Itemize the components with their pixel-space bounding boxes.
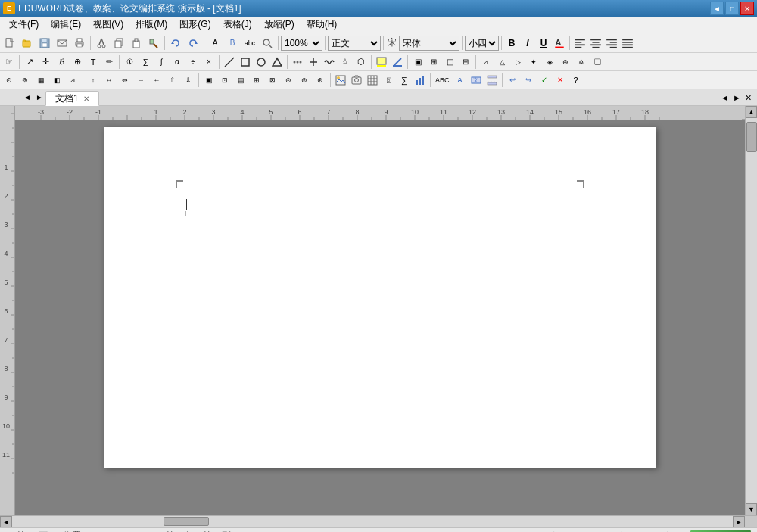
find-button[interactable]	[259, 36, 276, 51]
r3-btn13[interactable]: ▣	[201, 73, 217, 88]
tb-extra-2[interactable]: ⊞	[426, 54, 441, 70]
undo-button[interactable]	[167, 36, 184, 51]
r3-check[interactable]: ✓	[537, 73, 552, 88]
align-center-button[interactable]	[588, 36, 603, 51]
draw-magnify[interactable]: ⊕	[70, 54, 85, 70]
r3-btn2[interactable]: ⊚	[17, 73, 33, 88]
r3-btn4[interactable]: ◧	[49, 73, 64, 88]
r3-formula[interactable]: ∑	[397, 73, 412, 88]
menu-graphics[interactable]: 图形(G)	[173, 17, 217, 33]
scroll-down-button[interactable]: ▼	[746, 503, 757, 515]
cut-button[interactable]	[93, 36, 110, 51]
tab-prev-button[interactable]: ◄	[721, 93, 733, 105]
format-painter-button[interactable]	[145, 36, 162, 51]
hscroll-track[interactable]	[12, 516, 733, 527]
window-controls[interactable]: ◄ □ ✕	[710, 2, 754, 15]
r3-help[interactable]: ?	[569, 73, 584, 88]
tb-extra-6[interactable]: △	[494, 54, 509, 70]
italic-button[interactable]: I	[520, 36, 535, 51]
r3-btn7[interactable]: ↔	[101, 73, 117, 88]
special-num[interactable]: ①	[122, 54, 137, 70]
r3-scan[interactable]: ⌻	[381, 73, 396, 88]
scroll-up-button[interactable]: ▲	[746, 106, 757, 118]
align-left-button[interactable]	[572, 36, 587, 51]
r3-btn17[interactable]: ⊠	[265, 73, 280, 88]
r3-word-art[interactable]: A	[453, 73, 468, 88]
menu-view[interactable]: 视图(V)	[87, 17, 129, 33]
special-x[interactable]: ×	[201, 54, 217, 70]
r3-header-footer[interactable]	[484, 73, 500, 88]
r3-undo2[interactable]: ↩	[505, 73, 520, 88]
tb-btn-b[interactable]: B	[224, 36, 241, 51]
draw-cursor[interactable]: ☞	[2, 54, 17, 70]
tb-extra-8[interactable]: ✦	[526, 54, 541, 70]
zoom-select[interactable]: 100% 75% 50% 125% 150%	[281, 36, 322, 51]
draw-line-color[interactable]	[390, 54, 405, 70]
font-select[interactable]: 宋体 黑体 楷体 仿宋	[399, 36, 459, 51]
r3-btn20[interactable]: ⊛	[313, 73, 328, 88]
draw-move[interactable]: ✛	[38, 54, 53, 70]
editor-area[interactable]: |	[15, 106, 745, 515]
r3-x[interactable]: ✕	[553, 73, 568, 88]
new-button[interactable]	[2, 36, 18, 51]
tab-close-all[interactable]: ✕	[745, 93, 757, 105]
special-fn[interactable]: ∑	[138, 54, 153, 70]
r3-photo[interactable]	[349, 73, 364, 88]
tb-extra-10[interactable]: ⊕	[558, 54, 573, 70]
menu-help[interactable]: 帮助(H)	[301, 17, 344, 33]
r3-spellcheck[interactable]: ABC	[433, 73, 452, 88]
save-button[interactable]	[36, 36, 53, 51]
tab-doc1[interactable]: 文档1 ✕	[45, 91, 99, 106]
style-select[interactable]: 正文 标题1 标题2	[328, 36, 381, 51]
scroll-track[interactable]	[746, 118, 757, 503]
special-alpha[interactable]: α	[170, 54, 185, 70]
r3-watermark[interactable]: 文	[469, 73, 484, 88]
r3-redo2[interactable]: ↪	[521, 73, 536, 88]
font-size-select[interactable]: 小四 四号 三号 小三 二号 五号 小五	[465, 36, 499, 51]
draw-rect[interactable]	[238, 54, 253, 70]
menu-file[interactable]: 文件(F)	[3, 17, 45, 33]
r3-btn5[interactable]: ⊿	[65, 73, 80, 88]
draw-wave[interactable]	[322, 54, 337, 70]
r3-btn16[interactable]: ⊞	[249, 73, 264, 88]
r3-table-insert[interactable]	[365, 73, 380, 88]
draw-star[interactable]: ☆	[338, 54, 353, 70]
paste-button[interactable]	[128, 36, 145, 51]
r3-btn14[interactable]: ⊡	[217, 73, 232, 88]
draw-pencil[interactable]: ✏	[101, 54, 117, 70]
hscroll-right-button[interactable]: ►	[733, 516, 745, 527]
draw-edit[interactable]: 𝓑	[54, 54, 69, 70]
r3-btn8[interactable]: ⇔	[117, 73, 132, 88]
bold-button[interactable]: B	[504, 36, 519, 51]
close-button[interactable]: ✕	[740, 2, 754, 15]
tb-extra-5[interactable]: ⊿	[478, 54, 494, 70]
open-button[interactable]	[19, 36, 36, 51]
tb-extra-12[interactable]: ❑	[590, 54, 605, 70]
email-button[interactable]	[54, 36, 70, 51]
tb-btn-a[interactable]: A	[207, 36, 223, 51]
tab-scroll-right[interactable]: ►	[33, 89, 45, 105]
draw-color-fill[interactable]	[374, 54, 389, 70]
redo-button[interactable]	[185, 36, 201, 51]
r3-chart[interactable]	[413, 73, 428, 88]
tb-extra-9[interactable]: ◈	[542, 54, 557, 70]
tab-next-button[interactable]: ►	[733, 93, 745, 105]
draw-arrow[interactable]: ↗	[22, 54, 37, 70]
copy-button[interactable]	[111, 36, 127, 51]
align-justify-button[interactable]	[620, 36, 635, 51]
draw-circle[interactable]	[254, 54, 269, 70]
draw-triangle[interactable]	[269, 54, 285, 70]
scroll-thumb[interactable]	[746, 122, 757, 152]
font-color-button[interactable]: A	[552, 36, 567, 51]
r3-btn1[interactable]: ⊙	[2, 73, 17, 88]
menu-format[interactable]: 排版(M)	[129, 17, 173, 33]
draw-hex[interactable]: ⬡	[354, 54, 369, 70]
r3-insert-img[interactable]	[333, 73, 348, 88]
tab-scroll-left[interactable]: ◄	[21, 89, 33, 105]
tb-extra-7[interactable]: ▷	[510, 54, 525, 70]
minimize-button[interactable]: ◄	[710, 2, 724, 15]
hscroll-thumb[interactable]	[164, 517, 209, 526]
r3-btn3[interactable]: ▦	[33, 73, 48, 88]
tab-close-btn[interactable]: ✕	[83, 95, 89, 103]
menu-edit[interactable]: 编辑(E)	[45, 17, 87, 33]
